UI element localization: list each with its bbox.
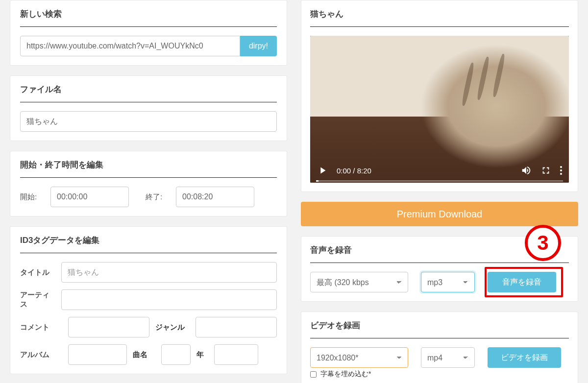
- embed-subtitles-label: 字幕を埋め込む*: [320, 370, 371, 378]
- id3-album-input[interactable]: [68, 344, 127, 365]
- record-audio-card: 3 音声を録音 最高 (320 kbps mp3 音声を録音: [301, 236, 578, 302]
- id3-card: ID3タグデータを編集 タイトル アーティス コメント ジャンル アルバム 曲名: [10, 226, 287, 374]
- play-icon[interactable]: [317, 165, 328, 176]
- video-progress-bar[interactable]: [316, 180, 563, 182]
- premium-download-button[interactable]: Premium Download: [301, 202, 578, 226]
- record-video-title: ビデオを録画: [310, 320, 569, 338]
- record-audio-button[interactable]: 音声を録音: [488, 272, 556, 292]
- video-format-select[interactable]: mp4: [421, 347, 475, 368]
- annotation-badge-3: 3: [525, 225, 561, 261]
- more-icon[interactable]: [560, 166, 562, 175]
- end-label: 終了:: [146, 192, 169, 202]
- id3-track-input[interactable]: [161, 344, 191, 365]
- record-video-button[interactable]: ビデオを録画: [488, 347, 561, 368]
- id3-artist-input[interactable]: [61, 289, 277, 310]
- id3-album-label: アルバム: [20, 350, 62, 359]
- start-time-input[interactable]: [50, 187, 129, 207]
- volume-icon[interactable]: [521, 165, 532, 176]
- url-input[interactable]: [20, 36, 240, 56]
- video-time-display: 0:00 / 8:20: [337, 167, 371, 175]
- time-edit-title: 開始・終了時間を編集: [20, 159, 277, 178]
- id3-year-label: 年: [196, 350, 208, 359]
- id3-title-label: タイトル: [20, 268, 55, 277]
- start-label: 開始:: [20, 192, 44, 202]
- time-edit-card: 開始・終了時間を編集 開始: 終了:: [10, 151, 287, 216]
- video-title: 猫ちゃん: [310, 8, 569, 27]
- id3-genre-label: ジャンル: [155, 323, 190, 332]
- search-title: 新しい検索: [20, 8, 277, 27]
- filename-input[interactable]: [20, 111, 277, 132]
- end-time-input[interactable]: [176, 187, 254, 207]
- embed-subtitles-checkbox[interactable]: [310, 371, 317, 378]
- audio-format-select[interactable]: mp3: [421, 272, 475, 292]
- filename-card: ファイル名: [10, 75, 287, 141]
- id3-title-input[interactable]: [61, 262, 277, 283]
- id3-comment-label: コメント: [20, 323, 62, 332]
- dirpy-button[interactable]: dirpy!: [240, 36, 277, 56]
- filename-title: ファイル名: [20, 84, 277, 102]
- id3-track-label: 曲名: [133, 350, 155, 359]
- fullscreen-icon[interactable]: [540, 165, 551, 176]
- id3-artist-label: アーティス: [20, 290, 55, 309]
- search-card: 新しい検索 dirpy!: [10, 0, 287, 66]
- video-player[interactable]: 0:00 / 8:20: [310, 36, 569, 183]
- id3-year-input[interactable]: [214, 344, 258, 365]
- id3-title: ID3タグデータを編集: [20, 235, 277, 253]
- id3-comment-input[interactable]: [68, 317, 149, 337]
- video-resolution-select[interactable]: 1920x1080*: [310, 347, 408, 368]
- record-video-card: ビデオを録画 1920x1080* mp4 ビデオを録画 字幕を埋め込む*: [301, 311, 578, 383]
- video-preview-card: 猫ちゃん 0:00 / 8:20: [301, 0, 578, 192]
- audio-quality-select[interactable]: 最高 (320 kbps: [310, 272, 408, 292]
- id3-genre-input[interactable]: [196, 317, 277, 337]
